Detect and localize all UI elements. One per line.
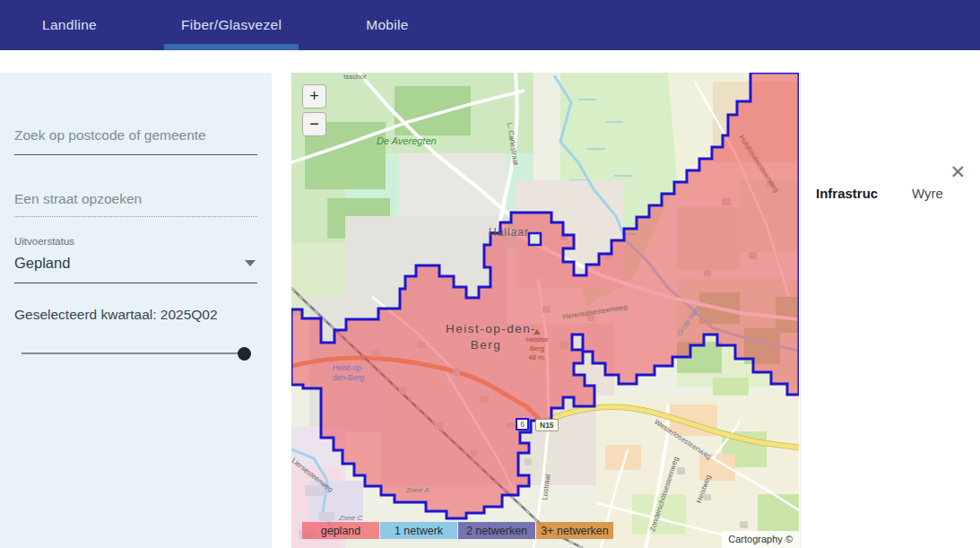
street-field-wrap xyxy=(14,191,257,217)
filter-sidebar: Uitvoerstatus Gepland Geselecteerd kwart… xyxy=(0,73,272,548)
map-zoom-in-button[interactable]: + xyxy=(302,84,326,109)
legend-1-netwerk: 1 netwerk xyxy=(380,522,457,539)
map-attribution[interactable]: Cartography © xyxy=(722,531,799,548)
slider-track xyxy=(22,352,250,354)
status-select[interactable]: Gepland xyxy=(14,247,257,283)
tab-landline-label: Landline xyxy=(42,17,97,33)
info-row: Infrastruc Wyre xyxy=(816,186,967,201)
tab-landline[interactable]: Landline xyxy=(0,0,139,50)
map-legend: gepland 1 netwerk 2 netwerken 3+ netwerk… xyxy=(302,522,613,539)
legend-gepland: gepland xyxy=(302,522,379,539)
tab-fiber-label: Fiber/Glasvezel xyxy=(181,17,282,33)
quarter-slider[interactable] xyxy=(22,347,250,360)
street-search-input[interactable] xyxy=(14,191,257,207)
tab-fiber[interactable]: Fiber/Glasvezel xyxy=(139,0,324,50)
close-icon[interactable]: ✕ xyxy=(950,162,966,181)
overlay-hole xyxy=(529,233,541,245)
road-shield-cut: 6 xyxy=(516,418,529,431)
legend-2-netwerken: 2 netwerken xyxy=(458,522,535,539)
slider-thumb[interactable] xyxy=(238,347,251,361)
info-field-label: Infrastruc xyxy=(816,186,912,201)
search-field-wrap xyxy=(14,127,257,155)
nav-tabs: Landline Fiber/Glasvezel Mobile xyxy=(0,0,980,50)
search-input[interactable] xyxy=(14,127,257,144)
map-zoom-out-button[interactable]: − xyxy=(302,112,326,136)
quarter-label: Geselecteerd kwartaal: 2025Q02 xyxy=(14,307,257,323)
info-field-value: Wyre xyxy=(912,186,943,201)
tab-mobile-label: Mobile xyxy=(366,17,408,33)
coverage-map[interactable]: + − Isschot De Averegten Hallaar Heist-o… xyxy=(291,73,799,548)
chevron-down-icon xyxy=(245,260,256,266)
road-shield-n15: N15 xyxy=(535,419,559,431)
tab-mobile[interactable]: Mobile xyxy=(324,0,450,50)
top-nav: Landline Fiber/Glasvezel Mobile xyxy=(0,0,980,50)
active-tab-underline xyxy=(164,44,299,50)
legend-3plus-netwerken: 3+ netwerken xyxy=(536,522,613,539)
info-panel: ✕ Infrastruc Wyre xyxy=(800,73,980,548)
status-select-value: Gepland xyxy=(14,255,70,272)
status-label: Uitvoerstatus xyxy=(14,236,257,247)
map-canvas xyxy=(291,73,799,548)
